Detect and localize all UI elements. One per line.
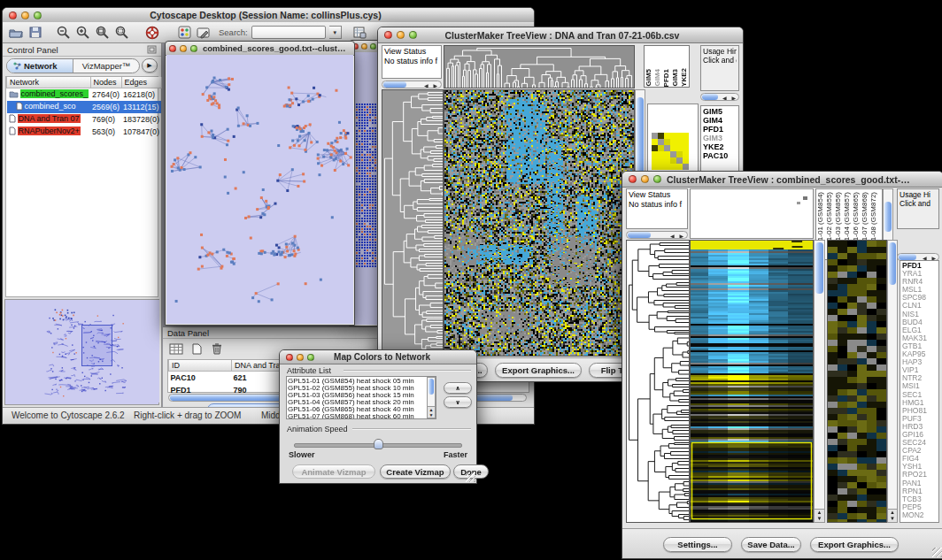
gene-label[interactable]: SEC24 bbox=[902, 439, 937, 447]
tv1-usage-scrollbar[interactable]: ◀ ▶ bbox=[700, 93, 739, 101]
gene-label[interactable]: PAN1 bbox=[902, 479, 937, 487]
network-row-dna-tran[interactable]: DNA and Tran 07 769(0) 183728(0) bbox=[7, 113, 162, 126]
gene-label[interactable]: BUD4 bbox=[902, 318, 937, 326]
open-session-icon[interactable] bbox=[8, 25, 24, 41]
tv1-row-dendrogram[interactable] bbox=[382, 89, 444, 357]
zoom-button[interactable] bbox=[190, 45, 197, 52]
minimize-button[interactable] bbox=[641, 175, 649, 183]
annotation-icon[interactable] bbox=[196, 25, 212, 41]
gene-label[interactable]: CLN1 bbox=[902, 302, 937, 310]
tv1-status-scrollbar[interactable]: ◀ ▶ bbox=[382, 81, 442, 88]
network-row-rnapuber[interactable]: RNAPuberNov2+ 563(0) 107847(0) bbox=[7, 126, 162, 138]
gene-label[interactable]: YSH1 bbox=[902, 463, 937, 471]
gene-label[interactable]: NIS1 bbox=[902, 311, 937, 318]
minimize-button[interactable] bbox=[180, 45, 187, 52]
gene-label[interactable]: KAP95 bbox=[902, 350, 937, 358]
network-table-header[interactable]: Network Nodes Edges bbox=[7, 77, 162, 88]
help-icon[interactable] bbox=[144, 25, 160, 41]
select-attributes-icon[interactable] bbox=[168, 341, 184, 357]
close-button[interactable] bbox=[9, 12, 17, 19]
gene-label[interactable]: RPO21 bbox=[902, 471, 937, 479]
tv2-heat-vscrollbar[interactable]: ▲▼ bbox=[814, 240, 825, 523]
main-titlebar[interactable]: Cytoscape Desktop (Session Name: collins… bbox=[3, 8, 534, 23]
tab-network[interactable]: Network bbox=[7, 59, 73, 73]
save-session-icon[interactable] bbox=[27, 25, 43, 41]
gene-label[interactable]: PAC10 bbox=[703, 151, 737, 160]
minimize-button[interactable] bbox=[21, 12, 29, 19]
gene-label[interactable]: MSL1 bbox=[902, 286, 937, 294]
gene-label[interactable]: FIG4 bbox=[902, 455, 937, 463]
search-dropdown-arrow[interactable]: ▼ bbox=[329, 26, 342, 39]
zoom-selected-icon[interactable] bbox=[114, 25, 130, 41]
delete-attribute-icon[interactable] bbox=[209, 341, 225, 357]
search-input[interactable] bbox=[251, 26, 326, 39]
create-vizmap-button[interactable]: Create Vizmap bbox=[380, 464, 451, 479]
gene-label[interactable]: GIM3 bbox=[703, 134, 737, 142]
tv2-export-graphics-button[interactable]: Export Graphics... bbox=[810, 537, 899, 552]
tv2-heatmap[interactable] bbox=[690, 240, 814, 523]
gene-label[interactable]: SEC1 bbox=[902, 391, 937, 399]
gene-label[interactable]: MSI1 bbox=[902, 382, 937, 390]
tv2-settings-button[interactable]: Settings... bbox=[663, 537, 732, 552]
animation-speed-slider[interactable] bbox=[294, 439, 462, 449]
move-down-button[interactable]: ∨ bbox=[444, 396, 472, 408]
tv2-row-dendrogram[interactable] bbox=[626, 240, 690, 523]
vizmapper-icon[interactable] bbox=[176, 25, 192, 41]
close-button[interactable] bbox=[286, 354, 293, 361]
attribute-listbox[interactable]: GPL51-01 (GSM854) heat shock 05 minGPL51… bbox=[286, 376, 436, 419]
gene-label[interactable]: HMG1 bbox=[902, 399, 937, 407]
tv2-save-data-button[interactable]: Save Data... bbox=[741, 537, 801, 552]
gene-label[interactable]: YRA1 bbox=[902, 270, 937, 278]
attribute-item[interactable]: GPL51-06 (GSM865) heat shock 40 min bbox=[288, 406, 426, 413]
gene-label[interactable]: PUF3 bbox=[902, 415, 937, 423]
attribute-item[interactable]: GPL51-07 (GSM868) heat shock 60 min bbox=[288, 413, 426, 419]
tab-vizmapper[interactable]: VizMapper™ bbox=[73, 59, 139, 73]
gene-label[interactable]: TCB3 bbox=[902, 495, 937, 503]
gene-label[interactable]: PFD1 bbox=[703, 125, 737, 134]
minimize-button[interactable] bbox=[397, 31, 405, 39]
network-row-combined-sco-selected[interactable]: combined_sco 2569(6) 13112(15) bbox=[7, 101, 162, 113]
zoom-in-icon[interactable] bbox=[75, 25, 91, 41]
grid-network-canvas[interactable] bbox=[351, 52, 381, 325]
tv1-export-graphics-button[interactable]: Export Graphics... bbox=[495, 363, 582, 378]
gene-label[interactable]: CPA2 bbox=[902, 447, 937, 455]
tv1-similarity-matrix[interactable] bbox=[652, 133, 691, 172]
gene-label[interactable]: GIM5 bbox=[703, 107, 737, 116]
gene-label[interactable]: VIP1 bbox=[902, 366, 937, 374]
attribute-item[interactable]: GPL51-01 (GSM854) heat shock 05 min bbox=[288, 378, 426, 385]
zoom-button[interactable] bbox=[409, 31, 417, 39]
move-up-button[interactable]: ∧ bbox=[444, 382, 472, 394]
slider-thumb[interactable] bbox=[374, 439, 383, 449]
float-panel-icon[interactable] bbox=[147, 42, 157, 58]
network-canvas[interactable] bbox=[166, 55, 353, 324]
tab-more-button[interactable]: ▶ bbox=[142, 58, 158, 73]
zoom-button[interactable] bbox=[370, 43, 376, 50]
close-button[interactable] bbox=[384, 31, 392, 39]
network-overview-panel[interactable] bbox=[4, 299, 159, 405]
new-attribute-icon[interactable] bbox=[189, 341, 205, 357]
animate-vizmap-button[interactable]: Animate Vizmap bbox=[292, 464, 375, 479]
gene-label[interactable]: PEP5 bbox=[902, 503, 937, 511]
gene-label[interactable]: GTB1 bbox=[902, 342, 937, 350]
gene-label[interactable]: MAK31 bbox=[902, 334, 937, 342]
minimize-button[interactable] bbox=[297, 354, 304, 361]
attribute-item[interactable]: GPL51-04 (GSM857) heat shock 20 min bbox=[288, 399, 426, 406]
gene-label[interactable]: RNR4 bbox=[902, 278, 937, 286]
network-row-combined-scores[interactable]: combined_scores_ 2764(0) 16218(0) bbox=[7, 88, 162, 102]
gene-label[interactable]: NTR2 bbox=[902, 374, 937, 382]
tv2-zoom-heatmap[interactable] bbox=[827, 240, 887, 523]
resize-grip[interactable] bbox=[466, 472, 475, 482]
gene-label[interactable]: GPI16 bbox=[902, 431, 937, 439]
gene-label[interactable]: MON2 bbox=[902, 511, 937, 519]
tv1-column-dendrogram[interactable] bbox=[444, 45, 635, 88]
tv2-gene-list[interactable]: PFD1YRA1RNR4MSL1SPC98CLN1NIS1BUD4ELG1MAK… bbox=[900, 260, 939, 523]
network-overview-canvas[interactable] bbox=[5, 300, 159, 403]
attribute-browser-icon[interactable] bbox=[352, 25, 368, 41]
close-button[interactable] bbox=[169, 45, 176, 52]
gene-label[interactable]: YKE2 bbox=[703, 142, 737, 151]
gene-label[interactable]: GIM4 bbox=[703, 116, 737, 125]
attribute-item[interactable]: GPL51-03 (GSM856) heat shock 15 min bbox=[288, 392, 426, 399]
resize-grip[interactable] bbox=[932, 548, 942, 557]
zoom-button[interactable] bbox=[34, 12, 42, 19]
gene-label[interactable]: ELG1 bbox=[902, 326, 937, 334]
